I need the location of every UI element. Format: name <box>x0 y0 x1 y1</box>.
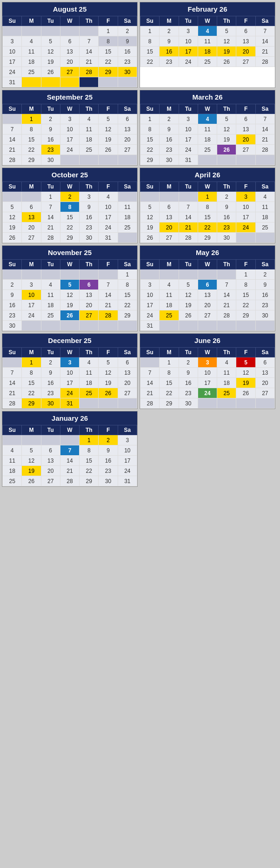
calendar-cell[interactable]: 19 <box>217 47 236 57</box>
calendar-cell[interactable]: 13 <box>255 368 274 378</box>
calendar-cell[interactable]: 11 <box>198 124 217 135</box>
calendar-cell[interactable] <box>118 321 137 331</box>
calendar-cell[interactable]: 6 <box>118 357 137 368</box>
calendar-cell[interactable]: 23 <box>41 388 60 398</box>
calendar-cell[interactable]: 5 <box>140 202 160 212</box>
calendar-cell[interactable]: 31 <box>99 233 118 243</box>
calendar-cell[interactable]: 11 <box>160 290 179 300</box>
calendar-cell[interactable]: 29 <box>160 398 179 409</box>
calendar-cell[interactable]: 8 <box>60 202 79 212</box>
calendar-cell[interactable]: 11 <box>22 47 41 57</box>
calendar-cell[interactable]: 8 <box>140 36 160 47</box>
calendar-cell[interactable]: 27 <box>236 145 255 155</box>
calendar-cell[interactable]: 2 <box>41 357 60 368</box>
calendar-cell[interactable]: 24 <box>60 388 79 398</box>
calendar-cell[interactable] <box>80 26 99 36</box>
calendar-cell[interactable]: 16 <box>179 378 198 388</box>
calendar-cell[interactable]: 28 <box>179 233 198 243</box>
calendar-cell[interactable]: 12 <box>99 124 118 135</box>
calendar-cell[interactable]: 6 <box>41 445 60 456</box>
calendar-cell[interactable]: 19 <box>140 222 160 233</box>
calendar-cell[interactable]: 31 <box>118 476 137 486</box>
calendar-cell[interactable]: 4 <box>217 357 236 368</box>
calendar-cell[interactable]: 2 <box>118 26 137 36</box>
calendar-cell[interactable] <box>179 269 198 280</box>
calendar-cell[interactable]: 6 <box>80 280 99 290</box>
calendar-cell[interactable]: 8 <box>22 368 41 378</box>
calendar-cell[interactable] <box>60 155 79 165</box>
calendar-cell[interactable]: 8 <box>160 368 179 378</box>
calendar-cell[interactable]: 21 <box>60 466 79 476</box>
calendar-cell[interactable]: 7 <box>217 280 236 290</box>
calendar-cell[interactable]: 22 <box>99 57 118 67</box>
calendar-cell[interactable]: 29 <box>60 233 79 243</box>
calendar-cell[interactable]: 2 <box>179 357 198 368</box>
calendar-cell[interactable]: 28 <box>140 398 160 409</box>
calendar-cell[interactable]: 30 <box>217 233 236 243</box>
calendar-cell[interactable]: 17 <box>99 212 118 222</box>
calendar-cell[interactable]: 18 <box>22 57 41 67</box>
calendar-cell[interactable]: 26 <box>22 476 41 486</box>
calendar-cell[interactable]: 15 <box>60 212 79 222</box>
calendar-cell[interactable]: 22 <box>60 222 79 233</box>
calendar-cell[interactable]: 9 <box>255 280 274 290</box>
calendar-cell[interactable]: 24 <box>236 222 255 233</box>
calendar-cell[interactable]: 14 <box>41 212 60 222</box>
calendar-cell[interactable]: 3 <box>80 192 99 202</box>
calendar-cell[interactable]: 3 <box>60 114 79 124</box>
calendar-cell[interactable]: 2 <box>255 269 274 280</box>
calendar-cell[interactable]: 26 <box>140 233 160 243</box>
calendar-cell[interactable]: 22 <box>80 466 99 476</box>
calendar-cell[interactable]: 18 <box>80 135 99 145</box>
calendar-cell[interactable]: 27 <box>60 67 79 77</box>
calendar-cell[interactable]: 3 <box>179 114 198 124</box>
calendar-cell[interactable] <box>118 233 137 243</box>
calendar-cell[interactable]: 5 <box>22 445 41 456</box>
calendar-cell[interactable]: 24 <box>22 310 41 321</box>
calendar-cell[interactable]: 16 <box>255 290 274 300</box>
calendar-cell[interactable]: 22 <box>198 222 217 233</box>
calendar-cell[interactable] <box>41 26 60 36</box>
calendar-cell[interactable]: 2 <box>160 114 179 124</box>
calendar-cell[interactable]: 15 <box>99 47 118 57</box>
calendar-cell[interactable]: 17 <box>179 135 198 145</box>
calendar-cell[interactable] <box>118 77 137 87</box>
calendar-cell[interactable] <box>198 155 217 165</box>
calendar-cell[interactable]: 28 <box>99 310 118 321</box>
calendar-cell[interactable] <box>118 398 137 409</box>
calendar-cell[interactable]: 14 <box>179 212 198 222</box>
calendar-cell[interactable]: 31 <box>60 398 79 409</box>
calendar-cell[interactable]: 23 <box>255 300 274 310</box>
calendar-cell[interactable]: 10 <box>118 445 137 456</box>
calendar-cell[interactable]: 16 <box>217 212 236 222</box>
calendar-cell[interactable]: 22 <box>140 145 160 155</box>
calendar-cell[interactable]: 22 <box>236 300 255 310</box>
calendar-cell[interactable]: 27 <box>160 233 179 243</box>
calendar-cell[interactable]: 23 <box>118 57 137 67</box>
calendar-cell[interactable]: 28 <box>60 476 79 486</box>
calendar-cell[interactable]: 4 <box>198 26 217 36</box>
calendar-cell[interactable]: 16 <box>160 47 179 57</box>
calendar-cell[interactable]: 13 <box>160 212 179 222</box>
calendar-cell[interactable]: 26 <box>217 57 236 67</box>
calendar-cell[interactable]: 3 <box>179 26 198 36</box>
calendar-cell[interactable]: 25 <box>160 310 179 321</box>
calendar-cell[interactable]: 15 <box>22 378 41 388</box>
calendar-cell[interactable] <box>236 233 255 243</box>
calendar-cell[interactable]: 17 <box>60 135 79 145</box>
calendar-cell[interactable]: 8 <box>198 202 217 212</box>
calendar-cell[interactable]: 17 <box>3 57 22 67</box>
calendar-cell[interactable]: 7 <box>255 26 274 36</box>
calendar-cell[interactable]: 14 <box>217 290 236 300</box>
calendar-cell[interactable]: 20 <box>41 466 60 476</box>
calendar-cell[interactable]: 10 <box>179 124 198 135</box>
calendar-cell[interactable]: 3 <box>3 36 22 47</box>
calendar-cell[interactable]: 15 <box>160 378 179 388</box>
calendar-cell[interactable]: 13 <box>41 456 60 466</box>
calendar-cell[interactable]: 30 <box>118 67 137 77</box>
calendar-cell[interactable]: 3 <box>236 192 255 202</box>
calendar-cell[interactable]: 5 <box>99 114 118 124</box>
calendar-cell[interactable]: 20 <box>198 300 217 310</box>
calendar-cell[interactable]: 16 <box>160 135 179 145</box>
calendar-cell[interactable] <box>198 321 217 331</box>
